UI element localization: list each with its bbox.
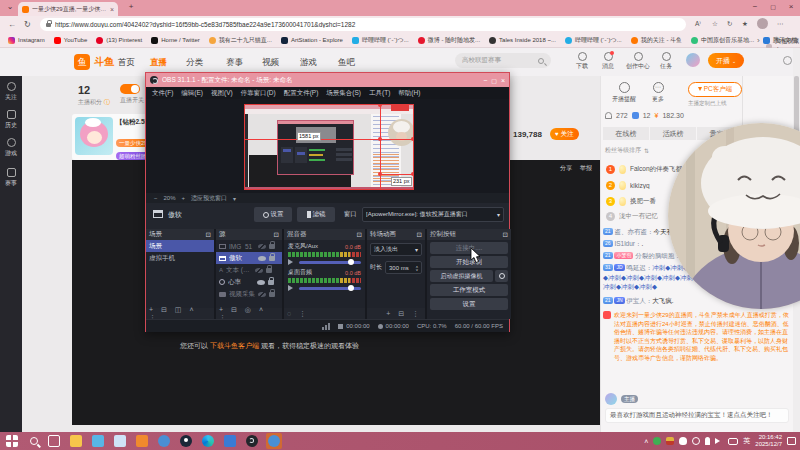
- eye-icon[interactable]: [258, 256, 266, 261]
- tray-green-icon[interactable]: [653, 437, 661, 445]
- sidebar-item-esports[interactable]: 赛事: [0, 168, 22, 188]
- source-item[interactable]: A 文本 (GDI: [216, 264, 282, 276]
- source-item-selected[interactable]: 傲软: [216, 252, 282, 264]
- crop-handle[interactable]: [378, 137, 382, 141]
- mail-icon[interactable]: [114, 435, 126, 447]
- settings-button[interactable]: 设置: [430, 298, 508, 310]
- ime-indicator[interactable]: 英: [743, 436, 750, 446]
- search-input[interactable]: 高校联盟赛事: [455, 53, 551, 68]
- user-avatar[interactable]: [686, 53, 700, 67]
- lock-icon[interactable]: [266, 268, 272, 273]
- obs-minimize-icon[interactable]: −: [483, 77, 487, 84]
- transitions-toolbar[interactable]: + ⊟ ⋮: [367, 308, 425, 319]
- notification-center-icon[interactable]: [787, 437, 796, 445]
- scene-item[interactable]: 虚拟手机: [146, 252, 214, 264]
- lock-icon[interactable]: [269, 292, 275, 297]
- bookmark-instagram[interactable]: Instagram: [8, 37, 45, 44]
- go-live-button[interactable]: 开播⌄: [708, 53, 744, 68]
- edge-icon[interactable]: [202, 435, 214, 447]
- bookmark-bilibili-2[interactable]: 哔哩哔哩 (´-`)つ...: [565, 36, 622, 45]
- source-item[interactable]: 心率: [216, 276, 282, 288]
- info-icon[interactable]: ⓘ: [104, 99, 110, 105]
- zoom-in-icon[interactable]: +: [182, 195, 186, 201]
- eye-off-icon[interactable]: [255, 268, 263, 273]
- menu-edit[interactable]: 编辑(E): [181, 89, 203, 98]
- nav-home[interactable]: 首页: [118, 57, 135, 69]
- more-menu[interactable]: ⋯ 更多: [652, 82, 664, 104]
- lock-icon[interactable]: [268, 280, 274, 285]
- mixer-toolbar[interactable]: ◌ ⋮: [284, 308, 365, 319]
- collections-icon[interactable]: ↻: [727, 20, 732, 28]
- menu-scene-collection[interactable]: 场景集合(S): [326, 89, 361, 98]
- zoom-out-icon[interactable]: −: [154, 195, 158, 201]
- menu-help[interactable]: 帮助(H): [398, 89, 420, 98]
- header-messages[interactable]: 消息: [602, 52, 614, 71]
- back-icon[interactable]: ←: [8, 20, 16, 29]
- crop-handle[interactable]: [378, 172, 382, 176]
- eye-off-icon[interactable]: [258, 292, 266, 297]
- read-aloud-icon[interactable]: A⁾: [695, 20, 701, 28]
- fit-preview-label[interactable]: 适应预览窗口: [191, 194, 227, 203]
- bookmark-weibo[interactable]: 微博 - 随时随地发...: [418, 36, 480, 45]
- captured-screen-thumbnail[interactable]: 1581 px 231 px: [244, 104, 414, 190]
- douyu-logo[interactable]: 鱼 斗鱼: [74, 54, 114, 70]
- clock[interactable]: 20:16:42 2025/12/7: [755, 434, 782, 448]
- scene-item[interactable]: 场景: [146, 240, 214, 252]
- source-item[interactable]: 视频采集: [216, 288, 282, 300]
- bookmark-pinterest[interactable]: (13) Pinterest: [96, 37, 142, 44]
- orange-app-icon[interactable]: [136, 435, 148, 447]
- steam-icon[interactable]: [180, 435, 192, 447]
- bookmark-music[interactable]: 中国原创音乐基地...: [691, 36, 754, 45]
- nav-games[interactable]: 游戏: [300, 57, 317, 69]
- nav-yuba[interactable]: 鱼吧: [338, 57, 355, 69]
- window-select[interactable]: [ApowerMirror.exe]: 傲软投屏直播窗口 ▾: [362, 207, 504, 222]
- source-filters-button[interactable]: 滤镜: [297, 207, 335, 222]
- nav-live[interactable]: 直播: [150, 57, 167, 69]
- bookmark-artstation[interactable]: ArtStation - Explore: [281, 37, 343, 44]
- obs-preview[interactable]: 1581 px 231 px: [146, 99, 509, 193]
- active-app-highlight[interactable]: [266, 433, 282, 449]
- window-minimize-button[interactable]: −: [748, 2, 762, 12]
- crop-handle[interactable]: [411, 137, 414, 141]
- nav-category[interactable]: 分类: [186, 57, 203, 69]
- window-close-button[interactable]: ×: [784, 2, 798, 12]
- virtual-camera-button[interactable]: 启动虚拟摄像机: [430, 270, 493, 282]
- pin-icon[interactable]: ⊡: [503, 231, 508, 239]
- download-client-link[interactable]: 下载斗鱼客户端: [210, 342, 259, 349]
- bookmark-bilibili-1[interactable]: 哔哩哔哩 (´-`)つ...: [352, 36, 409, 45]
- share-link[interactable]: 分享: [560, 164, 572, 173]
- crop-handle[interactable]: [411, 172, 414, 176]
- favorites-bar-icon[interactable]: ★: [742, 20, 748, 28]
- pin-icon[interactable]: ⊡: [274, 231, 279, 239]
- source-properties-button[interactable]: 设置: [254, 207, 292, 222]
- new-tab-button[interactable]: +: [124, 2, 138, 12]
- cloud-icon[interactable]: [679, 437, 687, 445]
- tab-close-icon[interactable]: ×: [110, 6, 114, 13]
- microphone-icon[interactable]: [705, 437, 710, 445]
- scenes-toolbar[interactable]: + ⊟ ◫ ˄ ⋮: [146, 308, 214, 319]
- taskbar-search-icon[interactable]: [30, 437, 38, 445]
- mic-volume-slider[interactable]: [299, 261, 361, 264]
- nav-video[interactable]: 视频: [262, 57, 279, 69]
- tab-online-rank[interactable]: 在线榜: [603, 127, 649, 140]
- bookmark-youtube[interactable]: YouTube: [54, 37, 88, 44]
- tab-active-rank[interactable]: 活跃榜: [650, 127, 696, 140]
- header-download[interactable]: 下载: [576, 52, 588, 71]
- task-view-icon[interactable]: [48, 435, 60, 447]
- blue-app-icon[interactable]: [158, 435, 170, 447]
- bookmark-twitter[interactable]: Home / Twitter: [151, 37, 200, 44]
- sidebar-item-follow[interactable]: 关注: [0, 82, 22, 102]
- tab-search-chevron-icon[interactable]: ⌄: [3, 2, 17, 12]
- sidebar-item-games[interactable]: 游戏: [0, 138, 22, 158]
- tray-flag-icon[interactable]: [666, 437, 674, 445]
- follow-button[interactable]: ♥关注: [550, 128, 579, 140]
- pc-client-button[interactable]: PC客户端: [688, 82, 742, 97]
- lock-icon[interactable]: [269, 244, 275, 249]
- browser-menu-icon[interactable]: ⋯: [777, 20, 784, 28]
- bookmark-tales-inside[interactable]: Tales Inside 2018 ~...: [489, 37, 556, 44]
- browser-profile-avatar[interactable]: [757, 18, 768, 29]
- pin-icon[interactable]: ⊡: [206, 231, 211, 239]
- meeting-app-icon[interactable]: [224, 435, 236, 447]
- speaker-icon[interactable]: [288, 259, 296, 265]
- duration-spinner[interactable]: 300 ms ˄˅: [385, 261, 422, 274]
